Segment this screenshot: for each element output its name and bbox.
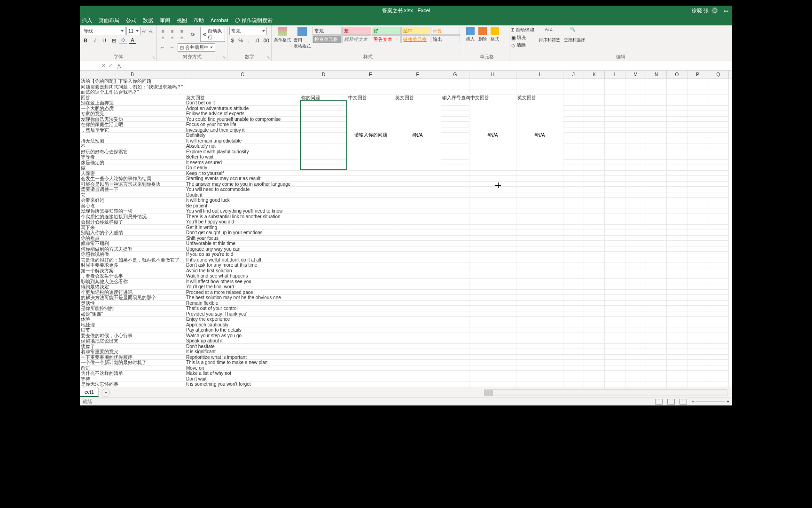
cell[interactable] bbox=[687, 376, 708, 382]
cell[interactable] bbox=[300, 230, 347, 236]
cell[interactable] bbox=[667, 295, 687, 301]
cell[interactable] bbox=[646, 355, 667, 360]
cell[interactable] bbox=[584, 198, 605, 203]
cell[interactable] bbox=[605, 333, 625, 339]
cell[interactable] bbox=[667, 127, 687, 133]
cell[interactable] bbox=[667, 203, 687, 209]
cell[interactable] bbox=[394, 344, 441, 349]
cell[interactable] bbox=[347, 262, 394, 268]
horizontal-scrollbar[interactable] bbox=[484, 389, 727, 396]
border-button[interactable]: ⊞ bbox=[110, 37, 117, 44]
cell[interactable] bbox=[347, 317, 394, 322]
cell[interactable] bbox=[300, 284, 347, 290]
cell[interactable] bbox=[687, 360, 708, 365]
cell[interactable]: Follow the advice of experts bbox=[185, 111, 300, 117]
cell[interactable] bbox=[708, 182, 729, 187]
cell[interactable] bbox=[469, 306, 516, 311]
cell[interactable] bbox=[687, 236, 708, 241]
cell[interactable] bbox=[605, 311, 625, 317]
align-bottom-icon[interactable]: ≡ bbox=[178, 28, 186, 34]
cell[interactable] bbox=[646, 381, 667, 387]
cell[interactable] bbox=[667, 338, 687, 344]
percent-icon[interactable]: % bbox=[237, 37, 243, 44]
cell[interactable] bbox=[687, 230, 708, 236]
cell[interactable]: It will affect how others see you bbox=[185, 279, 300, 285]
cell[interactable] bbox=[516, 79, 563, 84]
cell[interactable] bbox=[516, 306, 563, 311]
cell[interactable] bbox=[584, 133, 605, 138]
cell[interactable] bbox=[347, 257, 394, 263]
cell[interactable] bbox=[300, 360, 347, 365]
page-break-view-icon[interactable] bbox=[679, 399, 687, 405]
cell[interactable] bbox=[646, 246, 667, 252]
cell[interactable]: It is something you won't forget bbox=[185, 381, 300, 387]
cell[interactable] bbox=[687, 143, 708, 149]
cell[interactable] bbox=[441, 182, 469, 187]
cell[interactable] bbox=[646, 376, 667, 382]
col-header-F[interactable]: F bbox=[394, 71, 441, 78]
cell[interactable] bbox=[667, 198, 687, 203]
cell[interactable]: 你的焦点 bbox=[80, 236, 185, 241]
cell[interactable] bbox=[605, 203, 625, 209]
cell[interactable] bbox=[563, 306, 584, 311]
cell[interactable] bbox=[667, 252, 687, 257]
cell[interactable] bbox=[708, 111, 729, 117]
cell[interactable] bbox=[563, 122, 584, 127]
cell[interactable] bbox=[441, 176, 469, 182]
cell[interactable] bbox=[667, 100, 687, 106]
cell[interactable] bbox=[394, 246, 441, 252]
ribbon-display-icon[interactable]: ▭ bbox=[724, 8, 728, 14]
cell[interactable]: 等待 bbox=[80, 376, 185, 382]
table-row[interactable]: 可能会是以另一种语言形式来到你身边The answer may come to … bbox=[80, 182, 732, 187]
cell[interactable] bbox=[347, 241, 394, 246]
spreadsheet-grid[interactable]: BCDEFGHIJKLMNOPQ 边的【你的问题】下输入你的问题问题需要是封闭式… bbox=[80, 71, 732, 388]
cell[interactable] bbox=[469, 89, 516, 95]
cell[interactable] bbox=[584, 95, 605, 101]
cell[interactable] bbox=[625, 306, 646, 311]
cell[interactable] bbox=[625, 117, 646, 122]
cell[interactable] bbox=[708, 262, 729, 268]
cell[interactable] bbox=[441, 344, 469, 349]
cell[interactable]: Avoid the first solution bbox=[185, 268, 300, 274]
cell[interactable]: Remain flexible bbox=[185, 301, 300, 306]
cell[interactable] bbox=[646, 360, 667, 365]
cell[interactable] bbox=[394, 295, 441, 301]
cell[interactable]: If you do as you're told bbox=[185, 252, 300, 257]
cell[interactable] bbox=[300, 106, 347, 111]
cell[interactable] bbox=[563, 365, 584, 371]
cell[interactable] bbox=[625, 89, 646, 95]
cell[interactable] bbox=[646, 284, 667, 290]
cell[interactable] bbox=[708, 117, 729, 122]
cell[interactable] bbox=[625, 349, 646, 355]
autosum-button[interactable]: Σ自动求和 bbox=[511, 27, 534, 33]
cell[interactable] bbox=[708, 355, 729, 360]
cell[interactable] bbox=[563, 219, 584, 225]
cell[interactable]: 中文回答 bbox=[347, 95, 394, 101]
cell[interactable]: Adopt an adventurous attitude bbox=[185, 106, 300, 111]
cell[interactable] bbox=[584, 257, 605, 263]
cell[interactable] bbox=[687, 355, 708, 360]
cell[interactable] bbox=[441, 284, 469, 290]
cell[interactable] bbox=[646, 133, 667, 138]
cell[interactable] bbox=[563, 252, 584, 257]
cell[interactable] bbox=[563, 246, 584, 252]
cell[interactable]: It will remain unpredictable bbox=[185, 138, 300, 144]
cell[interactable] bbox=[687, 133, 708, 138]
cell[interactable] bbox=[563, 133, 584, 138]
cell[interactable] bbox=[563, 241, 584, 246]
cell[interactable] bbox=[347, 360, 394, 365]
cell[interactable] bbox=[625, 176, 646, 182]
cell[interactable] bbox=[667, 349, 687, 355]
cell[interactable] bbox=[300, 100, 347, 106]
cell[interactable] bbox=[394, 306, 441, 311]
cell[interactable] bbox=[687, 182, 708, 187]
cell[interactable] bbox=[687, 241, 708, 246]
cell[interactable] bbox=[394, 279, 441, 285]
cell[interactable] bbox=[300, 225, 347, 230]
cell[interactable] bbox=[300, 311, 347, 317]
cell[interactable] bbox=[300, 111, 347, 117]
cell[interactable] bbox=[563, 301, 584, 306]
table-row[interactable]: 灵活性Remain flexible bbox=[80, 301, 732, 306]
cell[interactable] bbox=[441, 273, 469, 279]
cell[interactable] bbox=[708, 122, 729, 127]
